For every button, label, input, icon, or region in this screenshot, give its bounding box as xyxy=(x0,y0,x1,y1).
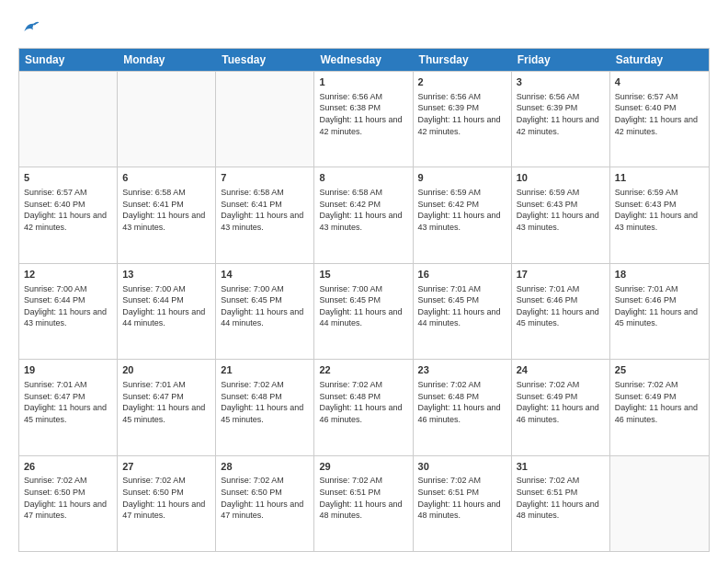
day-number: 20 xyxy=(122,363,210,377)
calendar-row: 26Sunrise: 7:02 AM Sunset: 6:50 PM Dayli… xyxy=(19,455,709,551)
day-info: Sunrise: 7:02 AM Sunset: 6:48 PM Dayligh… xyxy=(418,379,506,425)
calendar-cell: 1Sunrise: 6:56 AM Sunset: 6:38 PM Daylig… xyxy=(314,72,413,167)
day-number: 2 xyxy=(418,75,506,89)
calendar-cell: 19Sunrise: 7:01 AM Sunset: 6:47 PM Dayli… xyxy=(19,360,118,454)
day-number: 9 xyxy=(418,171,506,185)
day-info: Sunrise: 7:02 AM Sunset: 6:48 PM Dayligh… xyxy=(221,379,309,425)
weekday-header: Monday xyxy=(118,49,216,71)
day-number: 8 xyxy=(319,171,407,185)
day-number: 28 xyxy=(221,460,309,474)
day-number: 23 xyxy=(418,363,506,377)
day-info: Sunrise: 7:00 AM Sunset: 6:45 PM Dayligh… xyxy=(221,283,309,329)
calendar-cell: 10Sunrise: 6:59 AM Sunset: 6:43 PM Dayli… xyxy=(512,167,610,262)
calendar-cell: 22Sunrise: 7:02 AM Sunset: 6:48 PM Dayli… xyxy=(314,360,413,454)
calendar-cell: 2Sunrise: 6:56 AM Sunset: 6:39 PM Daylig… xyxy=(414,72,512,167)
day-info: Sunrise: 6:59 AM Sunset: 6:42 PM Dayligh… xyxy=(418,187,506,233)
day-number: 21 xyxy=(221,363,309,377)
day-info: Sunrise: 6:59 AM Sunset: 6:43 PM Dayligh… xyxy=(517,187,605,233)
calendar-cell: 18Sunrise: 7:01 AM Sunset: 6:46 PM Dayli… xyxy=(610,264,709,359)
day-number: 16 xyxy=(418,268,506,282)
weekday-header: Wednesday xyxy=(314,49,413,71)
calendar-cell: 3Sunrise: 6:56 AM Sunset: 6:39 PM Daylig… xyxy=(512,72,610,167)
calendar-cell: 26Sunrise: 7:02 AM Sunset: 6:50 PM Dayli… xyxy=(19,456,118,551)
weekday-header: Sunday xyxy=(19,49,118,71)
day-info: Sunrise: 6:56 AM Sunset: 6:38 PM Dayligh… xyxy=(319,91,407,137)
day-info: Sunrise: 7:02 AM Sunset: 6:48 PM Dayligh… xyxy=(319,379,407,425)
day-number: 1 xyxy=(319,75,407,89)
day-info: Sunrise: 7:02 AM Sunset: 6:49 PM Dayligh… xyxy=(517,379,605,425)
calendar-cell xyxy=(118,72,216,167)
calendar-row: 5Sunrise: 6:57 AM Sunset: 6:40 PM Daylig… xyxy=(19,167,709,262)
day-info: Sunrise: 6:58 AM Sunset: 6:41 PM Dayligh… xyxy=(122,187,210,233)
day-info: Sunrise: 6:57 AM Sunset: 6:40 PM Dayligh… xyxy=(24,187,112,233)
day-info: Sunrise: 7:00 AM Sunset: 6:44 PM Dayligh… xyxy=(24,283,112,329)
weekday-header: Thursday xyxy=(414,49,512,71)
day-number: 30 xyxy=(418,460,506,474)
day-info: Sunrise: 6:59 AM Sunset: 6:43 PM Dayligh… xyxy=(615,187,704,233)
logo xyxy=(18,17,42,39)
day-info: Sunrise: 7:01 AM Sunset: 6:46 PM Dayligh… xyxy=(615,283,704,329)
calendar-cell: 6Sunrise: 6:58 AM Sunset: 6:41 PM Daylig… xyxy=(118,167,216,262)
calendar-cell xyxy=(610,456,709,551)
day-number: 11 xyxy=(615,171,704,185)
day-info: Sunrise: 6:56 AM Sunset: 6:39 PM Dayligh… xyxy=(517,91,605,137)
calendar-row: 1Sunrise: 6:56 AM Sunset: 6:38 PM Daylig… xyxy=(19,71,709,167)
day-number: 10 xyxy=(517,171,605,185)
day-info: Sunrise: 7:01 AM Sunset: 6:46 PM Dayligh… xyxy=(517,283,605,329)
calendar-cell: 24Sunrise: 7:02 AM Sunset: 6:49 PM Dayli… xyxy=(512,360,610,454)
day-number: 18 xyxy=(615,268,704,282)
calendar: SundayMondayTuesdayWednesdayThursdayFrid… xyxy=(18,48,710,552)
day-info: Sunrise: 7:00 AM Sunset: 6:44 PM Dayligh… xyxy=(122,283,210,329)
day-info: Sunrise: 6:58 AM Sunset: 6:42 PM Dayligh… xyxy=(319,187,407,233)
calendar-cell: 16Sunrise: 7:01 AM Sunset: 6:45 PM Dayli… xyxy=(414,264,512,359)
calendar-row: 19Sunrise: 7:01 AM Sunset: 6:47 PM Dayli… xyxy=(19,359,709,454)
day-info: Sunrise: 7:00 AM Sunset: 6:45 PM Dayligh… xyxy=(319,283,407,329)
day-number: 12 xyxy=(24,268,112,282)
calendar-cell: 14Sunrise: 7:00 AM Sunset: 6:45 PM Dayli… xyxy=(216,264,314,359)
day-info: Sunrise: 7:02 AM Sunset: 6:50 PM Dayligh… xyxy=(122,475,210,521)
day-number: 13 xyxy=(122,268,210,282)
calendar-cell: 13Sunrise: 7:00 AM Sunset: 6:44 PM Dayli… xyxy=(118,264,216,359)
calendar-cell: 21Sunrise: 7:02 AM Sunset: 6:48 PM Dayli… xyxy=(216,360,314,454)
logo-bird-icon xyxy=(18,17,40,39)
day-info: Sunrise: 7:02 AM Sunset: 6:50 PM Dayligh… xyxy=(221,475,309,521)
day-number: 27 xyxy=(122,460,210,474)
calendar-row: 12Sunrise: 7:00 AM Sunset: 6:44 PM Dayli… xyxy=(19,263,709,359)
calendar-cell: 9Sunrise: 6:59 AM Sunset: 6:42 PM Daylig… xyxy=(414,167,512,262)
calendar-cell: 31Sunrise: 7:02 AM Sunset: 6:51 PM Dayli… xyxy=(512,456,610,551)
calendar-cell: 29Sunrise: 7:02 AM Sunset: 6:51 PM Dayli… xyxy=(314,456,413,551)
calendar-body: 1Sunrise: 6:56 AM Sunset: 6:38 PM Daylig… xyxy=(19,71,709,551)
calendar-cell: 30Sunrise: 7:02 AM Sunset: 6:51 PM Dayli… xyxy=(414,456,512,551)
day-info: Sunrise: 7:02 AM Sunset: 6:51 PM Dayligh… xyxy=(517,475,605,521)
day-number: 29 xyxy=(319,460,407,474)
calendar-cell: 8Sunrise: 6:58 AM Sunset: 6:42 PM Daylig… xyxy=(314,167,413,262)
day-info: Sunrise: 7:02 AM Sunset: 6:51 PM Dayligh… xyxy=(319,475,407,521)
calendar-cell: 27Sunrise: 7:02 AM Sunset: 6:50 PM Dayli… xyxy=(118,456,216,551)
day-info: Sunrise: 6:56 AM Sunset: 6:39 PM Dayligh… xyxy=(418,91,506,137)
weekday-header: Friday xyxy=(512,49,610,71)
calendar-cell xyxy=(19,72,118,167)
day-info: Sunrise: 7:01 AM Sunset: 6:45 PM Dayligh… xyxy=(418,283,506,329)
day-number: 3 xyxy=(517,75,605,89)
day-number: 26 xyxy=(24,460,112,474)
day-number: 14 xyxy=(221,268,309,282)
calendar-cell: 20Sunrise: 7:01 AM Sunset: 6:47 PM Dayli… xyxy=(118,360,216,454)
calendar-cell: 15Sunrise: 7:00 AM Sunset: 6:45 PM Dayli… xyxy=(314,264,413,359)
day-info: Sunrise: 7:02 AM Sunset: 6:49 PM Dayligh… xyxy=(615,379,704,425)
day-number: 22 xyxy=(319,363,407,377)
day-number: 24 xyxy=(517,363,605,377)
day-number: 25 xyxy=(615,363,704,377)
calendar-cell: 12Sunrise: 7:00 AM Sunset: 6:44 PM Dayli… xyxy=(19,264,118,359)
header xyxy=(18,17,710,39)
day-info: Sunrise: 7:01 AM Sunset: 6:47 PM Dayligh… xyxy=(122,379,210,425)
calendar-cell xyxy=(216,72,314,167)
calendar-header: SundayMondayTuesdayWednesdayThursdayFrid… xyxy=(19,49,709,71)
day-number: 4 xyxy=(615,75,704,89)
day-number: 5 xyxy=(24,171,112,185)
day-number: 19 xyxy=(24,363,112,377)
day-info: Sunrise: 6:58 AM Sunset: 6:41 PM Dayligh… xyxy=(221,187,309,233)
page: SundayMondayTuesdayWednesdayThursdayFrid… xyxy=(0,0,728,563)
day-number: 31 xyxy=(517,460,605,474)
day-number: 17 xyxy=(517,268,605,282)
calendar-cell: 4Sunrise: 6:57 AM Sunset: 6:40 PM Daylig… xyxy=(610,72,709,167)
